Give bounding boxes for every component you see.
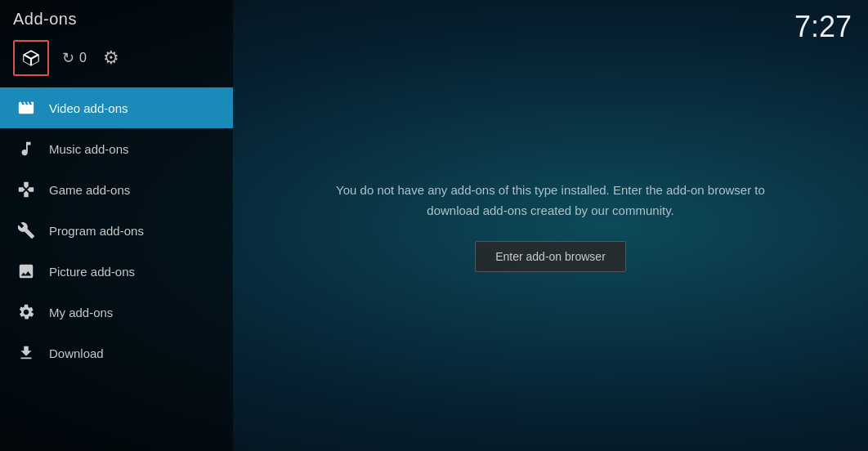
sidebar-item-my-addons[interactable]: My add-ons xyxy=(0,292,233,333)
download-icon xyxy=(16,343,36,363)
sidebar-item-picture-addons[interactable]: Picture add-ons xyxy=(0,251,233,292)
clock: 7:27 xyxy=(794,10,852,44)
sidebar-item-music-addons[interactable]: Music add-ons xyxy=(0,128,233,169)
gear-addon-icon xyxy=(16,302,36,322)
sidebar-item-download[interactable]: Download xyxy=(0,333,233,373)
refresh-button[interactable]: ↻ 0 xyxy=(62,49,87,67)
refresh-icon: ↻ xyxy=(62,49,74,67)
sidebar-item-label-game: Game add-ons xyxy=(49,183,130,197)
page-title: Add-ons xyxy=(0,0,233,35)
sidebar-item-label-picture: Picture add-ons xyxy=(49,265,135,279)
empty-message-line2: download add-ons created by our communit… xyxy=(427,203,673,217)
sidebar: Add-ons ↻ 0 ⚙ Video add-ons xyxy=(0,0,233,451)
main-content: 7:27 You do not have any add-ons of this… xyxy=(233,0,868,451)
refresh-count: 0 xyxy=(79,51,87,65)
empty-message: You do not have any add-ons of this type… xyxy=(336,180,765,221)
settings-icon[interactable]: ⚙ xyxy=(103,47,119,69)
empty-message-line1: You do not have any add-ons of this type… xyxy=(336,183,765,197)
sidebar-item-label-my: My add-ons xyxy=(49,306,113,319)
sidebar-item-label-program: Program add-ons xyxy=(49,224,144,238)
toolbar: ↻ 0 ⚙ xyxy=(0,35,233,87)
enter-addon-browser-button[interactable]: Enter add-on browser xyxy=(475,241,626,272)
music-icon xyxy=(16,139,36,159)
nav-list: Video add-ons Music add-ons Game add-ons… xyxy=(0,87,233,373)
box-svg xyxy=(20,47,42,69)
sidebar-item-program-addons[interactable]: Program add-ons xyxy=(0,210,233,251)
gamepad-icon xyxy=(16,180,36,199)
film-icon xyxy=(16,98,36,118)
sidebar-item-video-addons[interactable]: Video add-ons xyxy=(0,87,233,128)
sidebar-item-label-music: Music add-ons xyxy=(49,142,129,156)
sidebar-item-label-video: Video add-ons xyxy=(49,101,128,115)
sidebar-item-label-download: Download xyxy=(49,346,104,360)
wrench-icon xyxy=(16,221,36,240)
sidebar-item-game-addons[interactable]: Game add-ons xyxy=(0,169,233,210)
addon-box-icon[interactable] xyxy=(13,40,49,76)
picture-icon xyxy=(16,261,36,281)
